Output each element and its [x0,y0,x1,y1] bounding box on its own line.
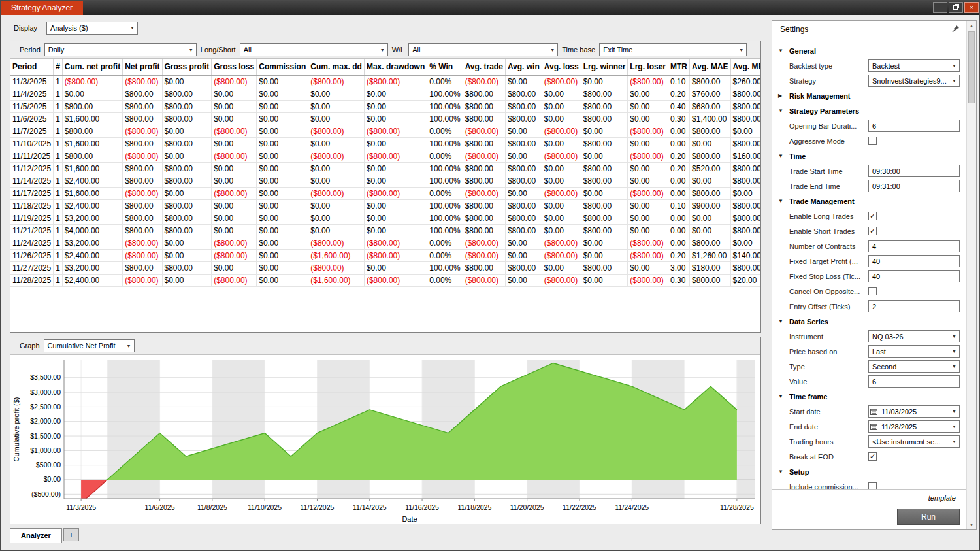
table-cell: $0.00 [257,162,308,175]
table-row[interactable]: 11/18/20251$2,400.00$800.00$800.00$0.00$… [10,199,760,212]
trading-hours-select[interactable]: <Use instrument se...▼ [868,435,960,448]
graph-select[interactable]: Cumulative Net Profit ▼ [44,339,135,352]
fixed-stop-loss-tic-input[interactable]: 40 [868,270,960,282]
setting-label: Start date [789,408,868,416]
setting-label: Type [789,363,868,371]
trade-end-time-input[interactable]: 09:31:00 [868,180,960,192]
column-header-avg-win[interactable]: Avg. win [505,59,542,75]
table-row[interactable]: 11/6/20251$1,600.00$800.00$800.00$0.00$0… [10,112,760,125]
column-header-avg-trade[interactable]: Avg. trade [463,59,505,75]
column-header-cum-net-profit[interactable]: Cum. net profit [62,59,122,75]
setting-label: Enable Long Trades [789,212,868,220]
number-of-contracts-input[interactable]: 4 [868,240,960,252]
template-link[interactable]: template [928,494,956,502]
table-cell: $0.00 [62,88,122,100]
settings-group-trade-management[interactable]: ▼Trade Management [772,193,966,209]
backtest-type-select[interactable]: Backtest▼ [868,59,960,72]
column-header-lrg-winner[interactable]: Lrg. winner [581,59,628,75]
setting-row-trade-end-time: Trade End Time09:31:00 [772,178,966,193]
setting-row-enable-short-trades: Enable Short Trades✓ [772,224,966,239]
fixed-target-profit-input[interactable]: 40 [868,255,960,267]
opening-bar-durati-input[interactable]: 6 [868,120,960,132]
table-row[interactable]: 11/24/20251$3,200.00($800.00)$0.00($800.… [10,237,760,249]
start-date-select[interactable]: 11/03/2025▼ [868,405,960,418]
settings-group-risk-management[interactable]: ▶Risk Management [772,88,966,103]
settings-group-setup[interactable]: ▼Setup [772,464,966,479]
settings-group-general[interactable]: ▼General [772,43,966,58]
table-row[interactable]: 11/10/20251$1,600.00$800.00$800.00$0.00$… [10,137,760,150]
end-date-select[interactable]: 11/28/2025▼ [868,420,960,433]
table-cell: $800.00 [730,162,760,175]
price-based-on-select[interactable]: Last▼ [868,345,960,358]
table-cell: 0.00% [427,125,463,137]
tab-analyzer[interactable]: Analyzer [10,528,62,543]
table-cell: $1,260.00 [690,249,731,261]
column-header-avg-mfe[interactable]: Avg. MFE [730,59,760,75]
enable-long-trades-checkbox[interactable]: ✓ [868,212,877,220]
scrollbar-track[interactable] [967,104,976,520]
table-cell: $0.00 [628,112,668,125]
settings-group-time[interactable]: ▼Time [772,148,966,163]
table-row[interactable]: 11/7/20251$800.00($800.00)$0.00($800.00)… [10,125,760,137]
table-row[interactable]: 11/3/20251($800.00)($800.00)$0.00($800.0… [10,75,760,88]
scroll-up-icon[interactable]: ▲ [967,21,976,31]
table-row[interactable]: 11/11/20251$800.00($800.00)$0.00($800.00… [10,150,760,162]
column-header-mtr[interactable]: MTR [668,59,690,75]
instrument-select[interactable]: NQ 03-26▼ [868,330,960,342]
add-tab-button[interactable]: + [63,528,79,541]
trade-start-time-input[interactable]: 09:30:00 [868,165,960,177]
table-row[interactable]: 11/14/20251$2,400.00$800.00$800.00$0.00$… [10,175,760,187]
table-row[interactable]: 11/27/20251$3,200.00$800.00$800.00$0.00$… [10,261,760,274]
column-header-avg-mae[interactable]: Avg. MAE [690,59,731,75]
run-button[interactable]: Run [897,509,960,525]
check-icon: ✓ [870,212,875,220]
strategy-select[interactable]: SnoInvestStrategies9...▼ [868,75,960,87]
column-header-cum-max-dd[interactable]: Cum. max. dd [308,59,365,75]
aggressive-mode-checkbox[interactable] [868,137,877,145]
settings-scrollbar[interactable]: ▲ ▼ [966,21,976,529]
long-short-select[interactable]: All ▼ [240,43,388,56]
time-base-select[interactable]: Exit Time ▼ [599,43,747,56]
scroll-down-icon[interactable]: ▼ [967,520,976,529]
column-header-[interactable]: # [54,59,63,75]
table-row[interactable]: 11/17/20251$1,600.00($800.00)$0.00($800.… [10,187,760,199]
cancel-on-opposite-checkbox[interactable] [868,287,877,295]
column-header-commission[interactable]: Commission [257,59,308,75]
table-row[interactable]: 11/19/20251$3,200.00$800.00$800.00$0.00$… [10,212,760,224]
selected-value: Last [869,348,949,356]
column-header-net-profit[interactable]: Net profit [123,59,162,75]
wl-select[interactable]: All ▼ [408,43,558,56]
settings-group-data-series[interactable]: ▼Data Series [772,314,966,329]
table-row[interactable]: 11/5/20251$800.00$800.00$800.00$0.00$0.0… [10,100,760,112]
period-select[interactable]: Daily ▼ [44,43,197,56]
minimize-button[interactable]: — [933,2,947,13]
pin-icon[interactable] [951,25,961,34]
column-header-gross-loss[interactable]: Gross loss [212,59,257,75]
close-button[interactable]: × [964,2,979,13]
table-row[interactable]: 11/4/20251$0.00$800.00$800.00$0.00$0.00$… [10,88,760,100]
setting-label: Instrument [789,333,868,341]
type-select[interactable]: Second▼ [868,360,960,373]
window-title-tab[interactable]: Strategy Analyzer [1,1,83,15]
table-row[interactable]: 11/26/20251$2,400.00($800.00)$0.00($800.… [10,249,760,261]
column-header-max-drawdown[interactable]: Max. drawdown [364,59,427,75]
column-header-period[interactable]: Period [10,59,54,75]
table-row[interactable]: 11/28/20251$2,400.00($800.00)$0.00($800.… [10,274,760,286]
column-header-avg-loss[interactable]: Avg. loss [542,59,581,75]
table-row[interactable]: 11/12/20251$1,600.00$800.00$800.00$0.00$… [10,162,760,175]
table-row[interactable]: 11/21/20251$4,000.00$800.00$800.00$0.00$… [10,224,760,237]
value-input[interactable]: 6 [868,375,960,388]
table-cell: $0.00 [542,199,581,212]
settings-group-time-frame[interactable]: ▼Time frame [772,389,966,404]
display-select[interactable]: Analysis ($) ▼ [46,22,138,35]
enable-short-trades-checkbox[interactable]: ✓ [868,227,877,235]
column-header-lrg-loser[interactable]: Lrg. loser [628,59,668,75]
restore-button[interactable] [949,2,963,13]
settings-group-strategy-parameters[interactable]: ▼Strategy Parameters [772,103,966,118]
column-header-gross-profit[interactable]: Gross profit [162,59,212,75]
column-header-win[interactable]: % Win [427,59,463,75]
include-commission-checkbox[interactable] [868,482,877,489]
break-at-eod-checkbox[interactable]: ✓ [868,452,877,461]
scrollbar-thumb[interactable] [968,31,975,103]
entry-offset-ticks-input[interactable]: 2 [868,300,960,312]
